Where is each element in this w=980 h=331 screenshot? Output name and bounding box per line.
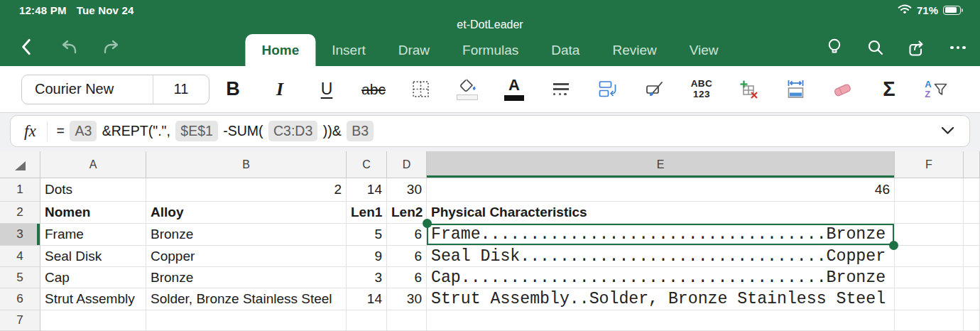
cell-D7[interactable] [387,310,427,331]
font-name-value[interactable]: Courier New [22,81,153,97]
cell-E5[interactable]: Cap.....................................… [427,267,895,288]
undo-button[interactable] [57,35,81,59]
cell-F3[interactable] [895,224,964,246]
cell-E3[interactable]: Frame...................................… [427,224,895,246]
column-header-E[interactable]: E [427,151,895,178]
cell-D5[interactable]: 6 [387,267,427,288]
cell-D4[interactable]: 6 [387,246,427,267]
cell-D6[interactable]: 30 [387,288,427,310]
tab-data[interactable]: Data [535,34,596,66]
row-header-1[interactable]: 1 [0,178,40,202]
cell-F5[interactable] [895,267,964,288]
column-header-partial[interactable] [964,151,980,178]
cell-A4[interactable]: Seal Disk [40,246,146,267]
cell-F2[interactable] [895,202,964,224]
cell-partial2[interactable] [964,202,980,224]
formula-expand-chevron-icon[interactable] [941,125,954,138]
font-size-value[interactable]: 11 [153,81,209,97]
formula-text[interactable]: = A3 &REPT(".", $E$1 -SUM( C3:D3 ))& B3 [57,121,375,141]
cell-A1[interactable]: Dots [40,178,146,202]
back-button[interactable] [14,35,38,59]
cell-partial1[interactable] [964,178,980,202]
cell-B1[interactable]: 2 [146,178,347,202]
clear-eraser-button[interactable] [828,72,856,107]
sort-filter-button[interactable]: A Z [922,72,950,107]
cell-C4[interactable]: 9 [347,246,387,267]
cell-partial3[interactable] [964,224,980,246]
cell-A3[interactable]: Frame [40,224,146,246]
redo-button[interactable] [99,35,124,59]
row-header-2[interactable]: 2 [0,202,40,224]
column-header-C[interactable]: C [347,151,387,178]
cell-E4[interactable]: Seal Disk...............................… [427,246,895,267]
cell-B3[interactable]: Bronze [146,224,347,246]
column-header-A[interactable]: A [40,151,146,178]
cell-A6[interactable]: Strut Assembly [40,288,146,310]
cell-B2[interactable]: Alloy [146,202,347,224]
tab-review[interactable]: Review [596,34,673,66]
row-header-3[interactable]: 3 [0,224,40,246]
cell-E2[interactable]: Physical Characteristics [427,202,895,224]
tell-me-lightbulb-icon[interactable] [822,36,846,60]
row-header-4[interactable]: 4 [0,246,40,267]
fill-color-button[interactable] [453,72,481,107]
cell-C5[interactable]: 3 [347,267,387,288]
font-color-button[interactable]: A [500,72,528,107]
column-header-F[interactable]: F [895,151,964,178]
cell-C7[interactable] [347,310,387,331]
share-icon[interactable] [905,36,929,60]
strikethrough-button[interactable]: abc [359,72,388,107]
cell-partial5[interactable] [964,267,980,288]
select-all-corner[interactable] [0,151,40,178]
cell-A7[interactable] [40,310,146,331]
more-options-icon[interactable] [946,36,970,60]
font-selector[interactable]: Courier New 11 [21,75,209,104]
cell-F4[interactable] [895,246,964,267]
cell-partial4[interactable] [964,246,980,267]
cell-F1[interactable] [895,178,964,202]
cell-C3[interactable]: 5 [347,224,387,246]
search-icon[interactable] [864,36,888,60]
cell-F6[interactable] [895,288,964,310]
cell-A5[interactable]: Cap [40,267,146,288]
tab-formulas[interactable]: Formulas [446,34,535,66]
cell-E6[interactable]: Strut Assembly..Solder, Bronze Stainless… [427,288,895,310]
cell-A2[interactable]: Nomen [40,202,146,224]
selection-handle-top-left[interactable] [423,219,432,228]
alignment-button[interactable] [547,72,575,107]
cell-E1[interactable]: 46 [427,178,895,202]
cell-B7[interactable] [146,310,347,331]
cell-partial7[interactable] [964,310,980,331]
formula-input[interactable]: fx = A3 &REPT(".", $E$1 -SUM( C3:D3 ))& … [10,115,970,147]
cell-D1[interactable]: 30 [387,178,427,202]
cell-E7[interactable] [427,310,895,331]
selection-handle-bottom-right[interactable] [889,241,898,250]
cell-D3[interactable]: 6 [387,224,427,246]
cell-C6[interactable]: 14 [347,288,387,310]
format-painter-button[interactable] [641,72,669,107]
tab-draw[interactable]: Draw [382,34,446,66]
tab-view[interactable]: View [673,34,735,66]
autosum-button[interactable]: Σ [875,72,903,107]
cell-C1[interactable]: 14 [347,178,387,202]
column-header-B[interactable]: B [146,151,347,178]
cell-B5[interactable]: Bronze [146,267,347,288]
cell-partial6[interactable] [964,288,980,310]
insert-delete-cells-button[interactable] [734,72,763,107]
cell-D2[interactable]: Len2 [387,202,427,224]
number-format-button[interactable]: ABC 123 [687,72,716,107]
column-width-button[interactable] [781,72,810,107]
wrap-text-button[interactable] [594,72,622,107]
row-header-6[interactable]: 6 [0,288,40,310]
italic-button[interactable]: I [266,72,294,107]
cell-F7[interactable] [895,310,964,331]
cell-B4[interactable]: Copper [146,246,347,267]
tab-insert[interactable]: Insert [315,34,382,66]
bold-button[interactable]: B [219,72,247,107]
row-header-5[interactable]: 5 [0,267,40,288]
underline-button[interactable]: U [312,72,341,107]
column-header-D[interactable]: D [387,151,427,178]
borders-button[interactable] [406,72,435,107]
cell-C2[interactable]: Len1 [347,202,387,224]
cell-B6[interactable]: Solder, Bronze Stainless Steel [146,288,347,310]
